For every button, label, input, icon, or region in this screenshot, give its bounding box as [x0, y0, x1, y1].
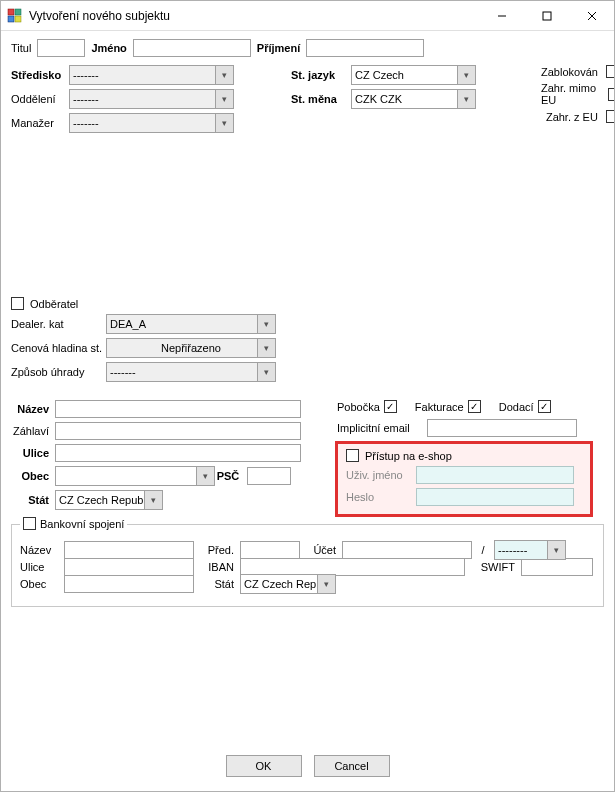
zablokovan-checkbox[interactable]: [606, 65, 615, 78]
eshop-heslo-input[interactable]: [416, 488, 574, 506]
bank-obec-input[interactable]: [64, 575, 194, 593]
ulice-label: Ulice: [11, 447, 55, 459]
dealer-kat-combo[interactable]: DEA_A ▾: [106, 314, 276, 334]
bank-pred-input[interactable]: [240, 541, 300, 559]
manazer-label: Manažer: [11, 117, 69, 129]
prijmeni-input[interactable]: [306, 39, 424, 57]
zahlavi-input[interactable]: [55, 422, 301, 440]
dealer-kat-label: Dealer. kat: [11, 318, 106, 330]
stredisko-combo[interactable]: ------- ▾: [69, 65, 234, 85]
psc-label: PSČ: [215, 470, 247, 482]
bank-swift-label: SWIFT: [471, 561, 515, 573]
mena-value: CZK CZK: [355, 93, 402, 105]
eshop-user-input[interactable]: [416, 466, 574, 484]
bank-stat-combo[interactable]: CZ Czech Rep ▾: [240, 574, 336, 594]
eshop-access-box: Přístup na e-shop Uživ. jméno Heslo: [335, 441, 593, 517]
bank-obec-label: Obec: [20, 578, 58, 590]
dodaci-checkbox[interactable]: ✓: [538, 400, 551, 413]
maximize-button[interactable]: [524, 1, 569, 30]
chevron-down-icon: ▾: [144, 491, 162, 509]
zahr-z-eu-label: Zahr. z EU: [546, 111, 598, 123]
zahr-mimo-eu-checkbox[interactable]: [608, 88, 615, 101]
jazyk-combo[interactable]: CZ Czech ▾: [351, 65, 476, 85]
jmeno-input[interactable]: [133, 39, 251, 57]
pobocka-label: Pobočka: [337, 401, 380, 413]
chevron-down-icon: ▾: [317, 575, 335, 593]
oddeleni-combo[interactable]: ------- ▾: [69, 89, 234, 109]
zahr-z-eu-checkbox[interactable]: [606, 110, 615, 123]
zahlavi-label: Záhlaví: [11, 425, 55, 437]
close-button[interactable]: [569, 1, 614, 30]
bank-stat-value: CZ Czech Rep: [244, 578, 316, 590]
zahr-mimo-eu-label: Zahr. mimo EU: [541, 82, 600, 106]
chevron-down-icon: ▾: [257, 315, 275, 333]
imp-email-input[interactable]: [427, 419, 577, 437]
obec-label: Obec: [11, 470, 55, 482]
jazyk-value: CZ Czech: [355, 69, 404, 81]
bank-ucet-label: Účet: [306, 544, 336, 556]
bank-pred-label: Před.: [200, 544, 234, 556]
minimize-button[interactable]: [479, 1, 524, 30]
bank-nazev-input[interactable]: [64, 541, 194, 559]
imp-email-label: Implicitní email: [337, 422, 427, 434]
pobocka-checkbox[interactable]: ✓: [384, 400, 397, 413]
uhrada-combo[interactable]: ------- ▾: [106, 362, 276, 382]
uhrada-label: Způsob úhrady: [11, 366, 106, 378]
eshop-user-label: Uživ. jméno: [346, 469, 416, 481]
psc-input[interactable]: [247, 467, 291, 485]
bank-checkbox[interactable]: [23, 517, 36, 530]
nazev-label: Název: [11, 403, 55, 415]
eshop-checkbox[interactable]: [346, 449, 359, 462]
chevron-down-icon: ▾: [257, 363, 275, 381]
stat-value: CZ Czech Republ: [59, 494, 146, 506]
obec-combo[interactable]: ▾: [55, 466, 215, 486]
nazev-input[interactable]: [55, 400, 301, 418]
bank-code-value: --------: [498, 544, 527, 556]
svg-rect-0: [8, 9, 14, 15]
chevron-down-icon: ▾: [457, 90, 475, 108]
stredisko-value: -------: [73, 69, 99, 81]
bank-nazev-label: Název: [20, 544, 58, 556]
manazer-combo[interactable]: ------- ▾: [69, 113, 234, 133]
jazyk-label: St. jazyk: [291, 69, 351, 81]
svg-rect-5: [543, 12, 551, 20]
titlebar: Vytvoření nového subjektu: [1, 1, 614, 31]
fakturace-label: Fakturace: [415, 401, 464, 413]
stat-combo[interactable]: CZ Czech Republ ▾: [55, 490, 163, 510]
stat-label: Stát: [11, 494, 55, 506]
app-icon: [7, 8, 23, 24]
eshop-label: Přístup na e-shop: [365, 450, 452, 462]
cenova-combo[interactable]: Nepřiřazeno ▾: [106, 338, 276, 358]
chevron-down-icon: ▾: [215, 114, 233, 132]
bank-code-combo[interactable]: -------- ▾: [494, 540, 566, 560]
chevron-down-icon: ▾: [196, 467, 214, 485]
chevron-down-icon: ▾: [215, 90, 233, 108]
chevron-down-icon: ▾: [257, 339, 275, 357]
bank-iban-label: IBAN: [200, 561, 234, 573]
jmeno-label: Jméno: [91, 42, 126, 54]
ulice-input[interactable]: [55, 444, 301, 462]
oddeleni-label: Oddělení: [11, 93, 69, 105]
dodaci-label: Dodací: [499, 401, 534, 413]
titul-input[interactable]: [37, 39, 85, 57]
manazer-value: -------: [73, 117, 99, 129]
zablokovan-label: Zablokován: [541, 66, 598, 78]
bank-swift-input[interactable]: [521, 558, 593, 576]
bank-group: Bankovní spojení Název Před. Účet / ----…: [11, 524, 604, 607]
odberatel-checkbox[interactable]: [11, 297, 24, 310]
cenova-value: Nepřiřazeno: [161, 342, 221, 354]
ok-button[interactable]: OK: [226, 755, 302, 777]
cenova-label: Cenová hladina st.: [11, 342, 106, 354]
dealer-kat-value: DEA_A: [110, 318, 146, 330]
fakturace-checkbox[interactable]: ✓: [468, 400, 481, 413]
svg-rect-3: [15, 16, 21, 22]
bank-ulice-label: Ulice: [20, 561, 58, 573]
cancel-button[interactable]: Cancel: [314, 755, 390, 777]
oddeleni-value: -------: [73, 93, 99, 105]
bank-title: Bankovní spojení: [40, 518, 124, 530]
window-title: Vytvoření nového subjektu: [29, 9, 479, 23]
bank-ulice-input[interactable]: [64, 558, 194, 576]
svg-rect-1: [15, 9, 21, 15]
mena-combo[interactable]: CZK CZK ▾: [351, 89, 476, 109]
bank-ucet-input[interactable]: [342, 541, 472, 559]
